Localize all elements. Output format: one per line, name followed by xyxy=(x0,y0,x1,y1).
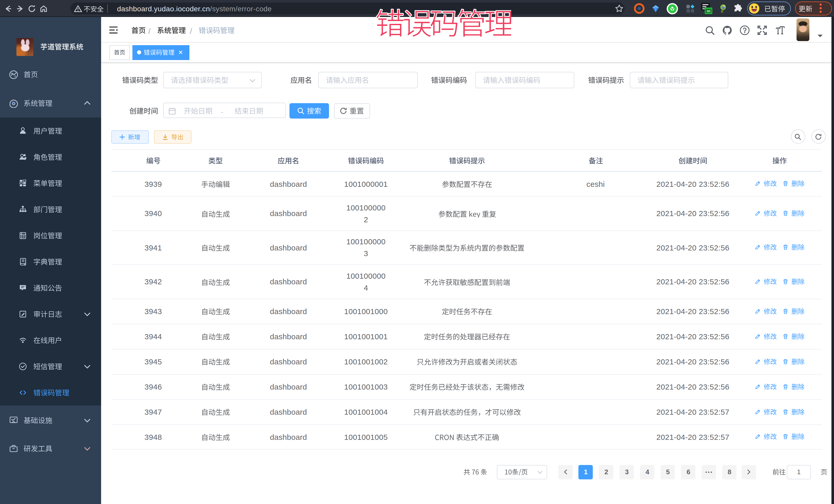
svg-text:on: on xyxy=(707,9,710,13)
